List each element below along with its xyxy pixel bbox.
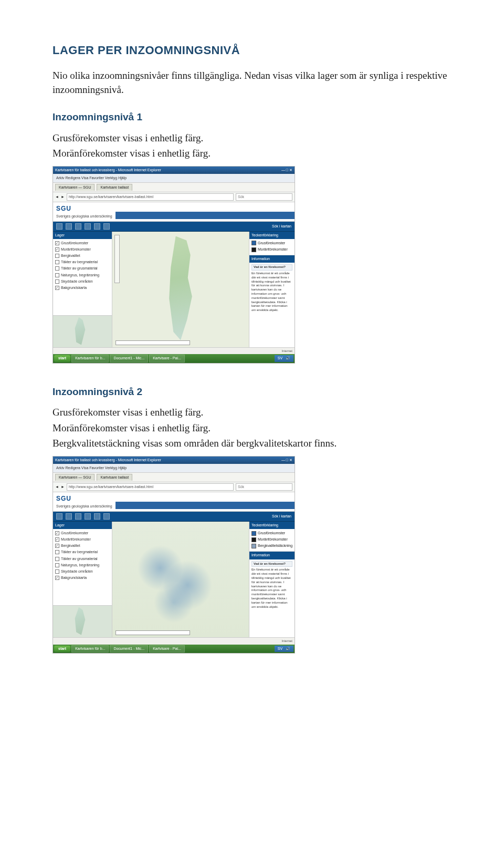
search-map-label: Sök i kartan [272, 514, 291, 519]
checkbox-icon[interactable] [55, 563, 59, 567]
layer-item-label[interactable]: Grusförekomster [61, 531, 88, 536]
browser-menubar[interactable]: Arkiv Redigera Visa Favoriter Verktyg Hj… [53, 174, 295, 183]
scale-bar [116, 340, 190, 345]
address-bar[interactable]: http://www.sgu.se/kartvisaren/kartvisare… [67, 483, 234, 491]
print-icon[interactable] [103, 513, 110, 520]
taskbar-item[interactable]: Document1 - Mic... [110, 355, 148, 362]
legend-label: Bergkvalitetstäckning [258, 543, 292, 548]
taskbar-item[interactable]: Kartvisaren för b... [71, 645, 109, 652]
info-icon[interactable] [85, 223, 91, 230]
zoom-in-icon[interactable] [56, 513, 62, 520]
window-controls[interactable]: — □ ✕ [281, 458, 292, 463]
layer-item-label[interactable]: Täkter av grusmaterial [61, 556, 98, 562]
checkbox-icon[interactable] [55, 266, 59, 271]
legend-swatch [251, 544, 256, 548]
measure-icon[interactable] [94, 223, 100, 230]
layer-item-label[interactable]: Bakgrundskarta [61, 285, 87, 291]
browser-tabs[interactable]: Kartvisaren — SGU Kartvisare ballast [53, 473, 295, 482]
browser-search[interactable]: Sök [236, 483, 292, 491]
sgu-nav-bar[interactable] [116, 212, 295, 219]
scale-bar [116, 630, 190, 635]
browser-tab[interactable]: Kartvisaren — SGU [55, 474, 94, 481]
layer-item-label[interactable]: Moränförekomster [61, 247, 91, 252]
checkbox-icon[interactable] [55, 241, 59, 245]
level2-line3: Bergkvalitetstäckning visas som områden … [52, 436, 452, 451]
map-toolbar[interactable]: Sök i kartan [53, 222, 295, 232]
forward-icon[interactable]: ► [61, 194, 65, 200]
legend-swatch [251, 531, 256, 536]
overview-map[interactable] [53, 605, 112, 637]
layer-item-label[interactable]: Täkter av bergmaterial [61, 260, 98, 265]
window-titlebar: Kartvisaren för ballast och krossberg - … [53, 167, 295, 174]
info-icon[interactable] [85, 513, 91, 520]
map-canvas[interactable] [112, 232, 249, 347]
checkbox-icon[interactable] [55, 531, 59, 535]
layer-item-label[interactable]: Bergkvalitet [61, 543, 80, 548]
taskbar-item[interactable]: Kartvisare - Pai... [149, 645, 185, 652]
info-heading: Vad är en förekomst? [251, 264, 292, 271]
windows-taskbar[interactable]: start Kartvisaren för b... Document1 - M… [53, 354, 295, 362]
print-icon[interactable] [103, 223, 110, 230]
layer-item-label[interactable]: Täkter av bergmaterial [61, 550, 98, 555]
legend-list: Grusförekomster Moränförekomster [249, 239, 295, 255]
layer-item-label[interactable]: Grusförekomster [61, 241, 88, 246]
checkbox-icon[interactable] [55, 537, 59, 542]
zoom-out-icon[interactable] [66, 223, 72, 230]
zoom-in-icon[interactable] [56, 223, 62, 230]
browser-tab[interactable]: Kartvisare ballast [97, 474, 132, 481]
address-bar[interactable]: http://www.sgu.se/kartvisaren/kartvisare… [67, 193, 234, 201]
taskbar-tray[interactable]: SV 🔊 [275, 355, 293, 361]
measure-icon[interactable] [94, 513, 100, 520]
layer-item-label[interactable]: Moränförekomster [61, 537, 91, 542]
layer-item-label[interactable]: Täkter av grusmaterial [61, 266, 98, 271]
taskbar-item[interactable]: Kartvisaren för b... [71, 355, 109, 362]
browser-tab[interactable]: Kartvisaren — SGU [55, 184, 94, 191]
layer-list[interactable]: Grusförekomster Moränförekomster Bergkva… [53, 529, 112, 605]
layer-item-label[interactable]: Naturgrus, begränsning [61, 563, 99, 568]
zoom-slider[interactable] [114, 235, 120, 283]
back-icon[interactable]: ◄ [55, 194, 59, 200]
checkbox-icon[interactable] [55, 550, 59, 554]
checkbox-icon[interactable] [55, 254, 59, 258]
layer-item-label[interactable]: Naturgrus, begränsning [61, 273, 99, 278]
browser-menubar[interactable]: Arkiv Redigera Visa Favoriter Verktyg Hj… [53, 464, 295, 473]
start-button[interactable]: start [54, 355, 70, 361]
checkbox-icon[interactable] [55, 273, 59, 277]
intro-paragraph: Nio olika inzoomningsnivåer finns tillgä… [52, 68, 452, 97]
level1-heading: Inzoomningsnivå 1 [52, 110, 452, 125]
zoom-out-icon[interactable] [66, 513, 72, 520]
taskbar-item[interactable]: Document1 - Mic... [110, 645, 148, 652]
back-icon[interactable]: ◄ [55, 484, 59, 490]
checkbox-icon[interactable] [55, 279, 59, 284]
pan-icon[interactable] [75, 513, 81, 520]
taskbar-item[interactable]: Kartvisare - Pai... [149, 355, 185, 362]
checkbox-icon[interactable] [55, 260, 59, 264]
start-button[interactable]: start [54, 646, 70, 652]
map-toolbar[interactable]: Sök i kartan [53, 512, 295, 522]
windows-taskbar[interactable]: start Kartvisaren för b... Document1 - M… [53, 645, 295, 653]
map-canvas[interactable] [112, 522, 249, 637]
checkbox-icon[interactable] [55, 247, 59, 252]
layer-item-label[interactable]: Bergkvalitet [61, 253, 80, 258]
browser-tab[interactable]: Kartvisare ballast [97, 184, 132, 191]
overview-map[interactable] [53, 315, 112, 347]
taskbar-tray[interactable]: SV 🔊 [275, 646, 293, 652]
checkbox-icon[interactable] [55, 286, 59, 290]
layer-list[interactable]: Grusförekomster Moränförekomster Bergkva… [53, 239, 112, 315]
forward-icon[interactable]: ► [61, 484, 65, 490]
layer-item-label[interactable]: Skyddade områden [61, 569, 93, 574]
checkbox-icon[interactable] [55, 576, 59, 580]
checkbox-icon[interactable] [55, 569, 59, 574]
window-controls[interactable]: — □ ✕ [281, 168, 292, 173]
checkbox-icon[interactable] [55, 557, 59, 561]
layer-item-label[interactable]: Bakgrundskarta [61, 575, 87, 581]
pan-icon[interactable] [75, 223, 81, 230]
info-pane-title: Information [249, 255, 295, 263]
layer-item-label[interactable]: Skyddade områden [61, 279, 93, 284]
figure-zoom-level-2: Kartvisaren för ballast och krossberg - … [52, 456, 452, 654]
sgu-logo: SGU [56, 494, 112, 503]
browser-search[interactable]: Sök [236, 193, 292, 201]
checkbox-icon[interactable] [55, 544, 59, 548]
browser-tabs[interactable]: Kartvisaren — SGU Kartvisare ballast [53, 183, 295, 192]
sgu-nav-bar[interactable] [116, 502, 295, 509]
